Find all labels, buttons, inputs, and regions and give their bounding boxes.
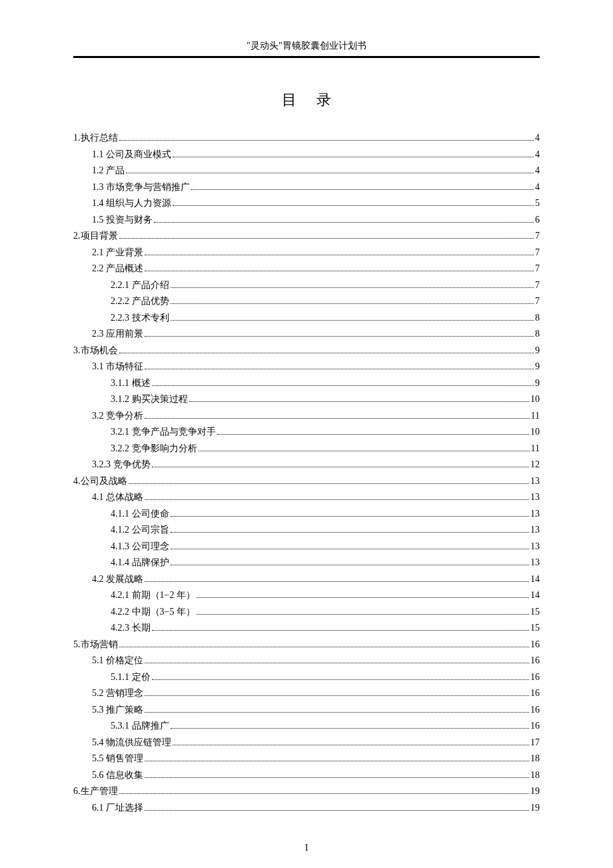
toc-entry-page: 5 xyxy=(535,195,540,212)
toc-entry[interactable]: 4.1.1 公司使命13 xyxy=(73,506,540,523)
toc-entry[interactable]: 5.2 营销理念16 xyxy=(73,685,540,702)
toc-entry-label: 3.2.3 竞争优势 xyxy=(92,457,151,473)
toc-entry-label: 3.1.2 购买决策过程 xyxy=(111,391,188,408)
toc-entry-label: 2.2.2 产品优势 xyxy=(111,293,169,310)
toc-leader-dots xyxy=(171,549,530,549)
toc-entry-page: 4 xyxy=(535,130,540,147)
toc-entry[interactable]: 2.2.1 产品介绍7 xyxy=(73,277,540,294)
toc-entry[interactable]: 1.1 公司及商业模式4 xyxy=(73,147,540,163)
toc-entry[interactable]: 5.1.1 定价16 xyxy=(73,669,540,686)
toc-entry[interactable]: 4.2 发展战略14 xyxy=(73,571,540,588)
toc-entry[interactable]: 4.1 总体战略13 xyxy=(73,489,540,506)
toc-leader-dots xyxy=(199,451,530,451)
toc-leader-dots xyxy=(145,777,529,778)
toc-leader-dots xyxy=(152,679,530,680)
toc-entry[interactable]: 2.1 产业背景7 xyxy=(73,245,540,261)
toc-entry[interactable]: 2.项目背景7 xyxy=(73,228,540,245)
toc-entry-page: 7 xyxy=(535,228,540,245)
toc-entry[interactable]: 1.3 市场竞争与营销推广4 xyxy=(73,179,540,196)
toc-leader-dots xyxy=(173,205,534,206)
toc-entry[interactable]: 5.1 价格定位16 xyxy=(73,653,540,669)
toc-entry[interactable]: 1.5 投资与财务6 xyxy=(73,212,540,229)
toc-entry[interactable]: 3.1.1 概述9 xyxy=(73,375,540,392)
toc-entry-label: 5.1.1 定价 xyxy=(111,669,151,686)
toc-entry-label: 2.3 应用前景 xyxy=(92,326,143,343)
toc-entry[interactable]: 3.2.3 竞争优势12 xyxy=(73,457,540,473)
toc-entry-label: 3.1 市场特征 xyxy=(92,359,143,375)
toc-leader-dots xyxy=(171,728,530,729)
toc-entry[interactable]: 4.2.1 前期（1−2 年）14 xyxy=(73,587,540,604)
toc-entry-page: 19 xyxy=(530,800,540,817)
toc-leader-dots xyxy=(171,303,534,304)
toc-leader-dots xyxy=(145,499,529,500)
toc-entry[interactable]: 6.1 厂址选择19 xyxy=(73,800,540,817)
toc-leader-dots xyxy=(197,614,529,615)
toc-entry[interactable]: 4.2.3 长期15 xyxy=(73,620,540,637)
toc-entry[interactable]: 2.2.3 技术专利8 xyxy=(73,310,540,327)
toc-entry-page: 12 xyxy=(530,457,540,473)
toc-entry-label: 4.2.2 中期（3−5 年） xyxy=(111,604,195,621)
toc-entry[interactable]: 4.1.4 品牌保护13 xyxy=(73,555,540,571)
toc-leader-dots xyxy=(145,712,529,713)
toc-entry-page: 8 xyxy=(535,310,540,327)
toc-entry[interactable]: 4.1.2 公司宗旨13 xyxy=(73,522,540,539)
toc-entry-label: 1.1 公司及商业模式 xyxy=(92,147,171,163)
toc-entry[interactable]: 4.2.2 中期（3−5 年）15 xyxy=(73,604,540,621)
toc-leader-dots xyxy=(173,157,534,157)
toc-entry-label: 4.2.3 长期 xyxy=(111,620,151,637)
toc-entry[interactable]: 2.3 应用前景8 xyxy=(73,326,540,343)
toc-entry-label: 3.2.1 竞争产品与竞争对手 xyxy=(111,424,216,441)
toc-entry[interactable]: 5.3 推广策略16 xyxy=(73,702,540,719)
toc-entry[interactable]: 1.4 组织与人力资源5 xyxy=(73,195,540,212)
toc-entry[interactable]: 6.生产管理19 xyxy=(73,783,540,800)
toc-entry-label: 2.项目背景 xyxy=(73,228,118,245)
toc-heading: 目录 xyxy=(73,90,540,110)
toc-entry[interactable]: 4.公司及战略13 xyxy=(73,473,540,490)
toc-entry-label: 5.3 推广策略 xyxy=(92,702,143,719)
page-container: "灵动头"胃镜胶囊创业计划书 目录 1.执行总结41.1 公司及商业模式41.2… xyxy=(0,0,613,868)
toc-entry-page: 7 xyxy=(535,261,540,277)
toc-leader-dots xyxy=(171,516,530,517)
toc-entry[interactable]: 5.3.1 品牌推广16 xyxy=(73,718,540,735)
toc-leader-dots xyxy=(145,336,534,337)
toc-entry[interactable]: 5.市场营销16 xyxy=(73,637,540,653)
toc-entry-page: 16 xyxy=(530,637,540,653)
toc-entry-page: 15 xyxy=(530,604,540,621)
toc-entry[interactable]: 5.6 信息收集18 xyxy=(73,767,540,784)
toc-entry[interactable]: 3.2.1 竞争产品与竞争对手10 xyxy=(73,424,540,441)
toc-entry-label: 5.1 价格定位 xyxy=(92,653,143,669)
toc-entry-page: 19 xyxy=(530,783,540,800)
toc-leader-dots xyxy=(119,793,530,794)
toc-entry-page: 16 xyxy=(530,685,540,702)
toc-leader-dots xyxy=(129,483,530,484)
toc-leader-dots xyxy=(152,467,530,467)
toc-leader-dots xyxy=(191,189,534,190)
toc-entry-page: 16 xyxy=(530,653,540,669)
toc-entry-label: 1.2 产品 xyxy=(92,163,125,179)
toc-entry[interactable]: 3.2.2 竞争影响力分析11 xyxy=(73,441,540,457)
toc-entry[interactable]: 5.4 物流供应链管理17 xyxy=(73,735,540,751)
toc-entry[interactable]: 5.5 销售管理18 xyxy=(73,751,540,767)
toc-list: 1.执行总结41.1 公司及商业模式41.2 产品41.3 市场竞争与营销推广4… xyxy=(73,130,540,816)
toc-entry[interactable]: 2.2.2 产品优势7 xyxy=(73,293,540,310)
toc-entry[interactable]: 3.2 竞争分析11 xyxy=(73,408,540,425)
toc-entry[interactable]: 3.市场机会9 xyxy=(73,343,540,359)
toc-entry-page: 16 xyxy=(530,702,540,719)
toc-leader-dots xyxy=(119,647,530,647)
toc-entry[interactable]: 1.执行总结4 xyxy=(73,130,540,147)
toc-entry-page: 4 xyxy=(535,147,540,163)
toc-entry-page: 16 xyxy=(530,669,540,686)
toc-entry-page: 13 xyxy=(530,489,540,506)
toc-leader-dots xyxy=(173,745,529,745)
toc-entry-page: 8 xyxy=(535,326,540,343)
toc-leader-dots xyxy=(171,565,530,565)
toc-entry-label: 6.生产管理 xyxy=(73,783,118,800)
toc-entry[interactable]: 3.1 市场特征9 xyxy=(73,359,540,375)
toc-entry[interactable]: 4.1.3 公司理念13 xyxy=(73,539,540,555)
toc-entry[interactable]: 2.2 产品概述7 xyxy=(73,261,540,277)
toc-entry-page: 18 xyxy=(530,751,540,767)
toc-leader-dots xyxy=(171,287,534,288)
toc-entry-page: 16 xyxy=(530,718,540,735)
toc-entry[interactable]: 3.1.2 购买决策过程10 xyxy=(73,391,540,408)
toc-entry[interactable]: 1.2 产品4 xyxy=(73,163,540,179)
